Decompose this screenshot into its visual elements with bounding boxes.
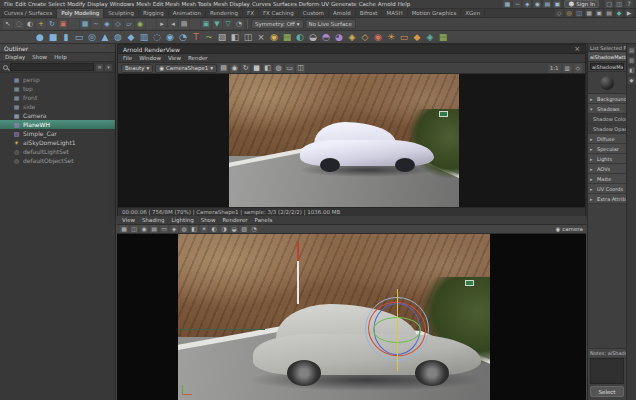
aov-dropdown[interactable]: Beauty ▾ (121, 64, 153, 73)
menu-item[interactable]: Generate (330, 1, 358, 7)
viewport-menu-item[interactable]: Lighting (171, 217, 193, 223)
symmetry-dropdown[interactable]: Symmetry: Off ▾ (251, 19, 304, 29)
select-button[interactable]: Select (590, 386, 624, 397)
shelf-tab[interactable]: XGen (461, 9, 485, 18)
boolean-difference-icon[interactable]: ◕ (333, 31, 345, 43)
viewport-menu-item[interactable]: View (122, 217, 135, 223)
outliner-item[interactable]: ▦ persp (0, 75, 115, 84)
menu-item[interactable]: Curves (251, 1, 272, 7)
ab-compare-icon[interactable]: ◫ (296, 64, 305, 73)
channel-box-icon[interactable]: ▤ (628, 47, 635, 54)
shelf-tab[interactable]: Poly Modeling (57, 9, 104, 18)
menu-item[interactable]: Mesh (135, 1, 151, 7)
poly-torus-icon[interactable]: ◎ (86, 31, 98, 43)
shelf-tab[interactable]: Animation (169, 9, 206, 18)
shelf-tab[interactable]: Arnold (329, 9, 356, 18)
poly-helix-icon[interactable]: ◌ (151, 31, 163, 43)
poly-cube-icon[interactable]: ■ (47, 31, 59, 43)
sort-icon[interactable]: ▾ (105, 64, 112, 71)
playblast-icon[interactable]: ▶ (625, 9, 633, 17)
poly-sphere-icon[interactable]: ● (34, 31, 46, 43)
attribute-editor-icon[interactable]: ▥ (628, 57, 635, 64)
lock-camera-icon[interactable]: ◫ (130, 225, 138, 233)
menu-item[interactable]: Edit Mesh (152, 1, 181, 7)
attribute-section[interactable]: ▸ Extra Attributes (588, 194, 626, 204)
filter-icon[interactable]: ≡ (96, 64, 103, 71)
poly-plane-icon[interactable]: ▭ (73, 31, 85, 43)
shelf-tab[interactable]: FX (243, 9, 259, 18)
select-camera-icon[interactable]: ▦ (120, 225, 128, 233)
renderview-titlebar[interactable]: Arnold RenderView × (118, 45, 585, 54)
viewport-camera-label[interactable]: ◉ camera (555, 226, 583, 232)
outliner-menu-item[interactable]: Show (32, 54, 47, 60)
sign-in-button[interactable]: ☻ Sign In (564, 0, 599, 8)
menu-item[interactable]: File (3, 1, 14, 7)
snap-point-icon[interactable]: ◈ (523, 0, 531, 8)
close-icon[interactable]: × (574, 45, 580, 54)
snapshot-icon[interactable]: ◉ (230, 64, 239, 73)
menu-item[interactable]: Windows (109, 1, 136, 7)
multisample-icon[interactable]: ▨ (240, 225, 248, 233)
outliner-item[interactable]: ▦ side (0, 102, 115, 111)
snap-point-icon[interactable]: ◈ (102, 19, 112, 29)
poly-cylinder-icon[interactable]: ▮ (60, 31, 72, 43)
outliner-menu-item[interactable]: Help (54, 54, 67, 60)
shelf-tab[interactable]: Rendering (206, 9, 243, 18)
stop-render-icon[interactable]: ■ (252, 64, 261, 73)
rotate-tool-icon[interactable]: ↻ (47, 19, 57, 29)
outliner-item[interactable]: ☀ aiSkyDomeLight1 (0, 138, 115, 147)
attribute-section[interactable]: ▸ UV Coords (588, 184, 626, 194)
snap-curve-icon[interactable]: ~ (91, 19, 101, 29)
attr-shadow-opacity[interactable]: Shadow Opacity (588, 124, 626, 134)
attribute-section[interactable]: ▸ Specular (588, 144, 626, 154)
shelf-tab[interactable]: Motion Graphics (408, 9, 462, 18)
snap-projected-center-icon[interactable]: ◇ (113, 19, 123, 29)
multi-cut-icon[interactable]: × (255, 31, 267, 43)
history-toggle-icon[interactable]: ▤ (179, 19, 189, 29)
smooth-icon[interactable]: ◒ (307, 31, 319, 43)
open-render-view-icon[interactable]: ▣ (201, 19, 211, 29)
render-view-canvas[interactable] (118, 74, 585, 207)
attribute-section[interactable]: ▸ Lights (588, 154, 626, 164)
menu-item[interactable]: UV (320, 1, 330, 7)
menu-item[interactable]: Deform (298, 1, 320, 7)
shelf-tab[interactable]: Sculpting (104, 9, 139, 18)
menu-item[interactable]: Mesh Display (212, 1, 251, 7)
output-connections-icon[interactable]: ◂ (168, 19, 178, 29)
expand-icon[interactable]: ◇ (574, 64, 582, 73)
viewport-menu-item[interactable]: Panels (255, 217, 273, 223)
outliner-toggle-icon[interactable]: ▤ (605, 9, 613, 17)
snap-curve-icon[interactable]: ~ (513, 0, 521, 8)
arnold-mesh-light-icon[interactable]: ◆ (411, 31, 423, 43)
extrude-icon[interactable]: ▧ (216, 31, 228, 43)
construction-history-icon[interactable]: ▤ (543, 0, 551, 8)
debug-shading-icon[interactable]: ◍ (274, 64, 283, 73)
separate-icon[interactable]: ◇ (359, 31, 371, 43)
outliner-item[interactable]: ▧ Simple_Car (0, 129, 115, 138)
sep3[interactable] (190, 19, 200, 29)
outliner-item[interactable]: ◎ defaultLightSet (0, 147, 115, 156)
quad-draw-icon[interactable]: ▦ (281, 31, 293, 43)
show-manipulator-icon[interactable]: ◇ (555, 9, 563, 17)
shelf-tab[interactable]: FX Caching (259, 9, 299, 18)
rotate-manipulator[interactable] (365, 297, 431, 363)
crop-region-icon[interactable]: ▭ (285, 64, 294, 73)
viewport-menu-item[interactable]: Shading (142, 217, 164, 223)
outliner-item[interactable]: ◎ defaultObjectSet (0, 156, 115, 165)
reflection-icon[interactable]: ◫ (575, 9, 583, 17)
ambient-occlusion-icon[interactable]: ◑ (220, 225, 228, 233)
shelf-tab[interactable]: Rigging (139, 9, 169, 18)
lighting-icon[interactable]: ☀ (200, 225, 208, 233)
tool-settings-icon[interactable]: ◧ (628, 67, 635, 74)
viewport-settings-icon[interactable]: ▣ (595, 9, 603, 17)
camera-attributes-icon[interactable]: ◉ (140, 225, 148, 233)
lock-icon[interactable]: ◫ (615, 0, 623, 8)
attribute-section[interactable]: ▾ Shadows (588, 104, 626, 114)
renderview-menu-item[interactable]: File (123, 55, 132, 61)
poly-platonic-icon[interactable]: ◆ (125, 31, 137, 43)
zoom-1to1-icon[interactable]: 1:1 (548, 64, 561, 73)
sweep-mesh-icon[interactable]: ~ (203, 31, 215, 43)
make-live-icon[interactable]: ◉ (135, 19, 145, 29)
outliner-menu-item[interactable]: Display (5, 54, 25, 60)
attribute-editor-menubar[interactable]: List Selected Focus Attributes (588, 44, 626, 52)
